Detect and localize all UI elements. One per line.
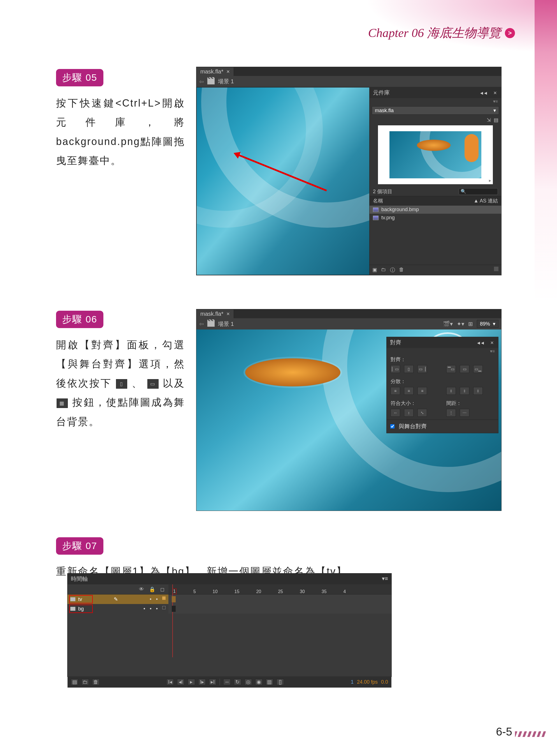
timeline-ruler[interactable]: 1 5 10 15 20 25 30 35 4 — [168, 584, 391, 594]
spacing-section-label: 間距： — [442, 398, 498, 408]
library-item-count: 2 個項目 — [373, 188, 392, 195]
dist-top-icon[interactable]: ≡ — [390, 387, 400, 395]
back-arrow-icon[interactable]: ⇦ — [199, 78, 204, 85]
library-row[interactable]: background.bmp — [370, 205, 501, 214]
scene-label[interactable]: 場景 1 — [218, 78, 234, 85]
doc-tab[interactable]: mask.fla* × — [197, 310, 234, 318]
step-fwd-icon[interactable]: I▸ — [198, 679, 206, 685]
layer-name: tv — [78, 596, 82, 602]
matchsize-section-label: 符合大小： — [387, 398, 442, 408]
bitmap-icon — [373, 216, 379, 220]
elapsed-value: 0.0 — [381, 679, 388, 685]
frame-track[interactable] — [168, 604, 391, 614]
align-vert-center-icon: ▭ — [147, 379, 158, 389]
frame-track[interactable] — [168, 594, 391, 604]
edit-symbol-icon[interactable]: ✦▾ — [457, 320, 464, 327]
scene-label[interactable]: 場景 1 — [218, 320, 234, 328]
library-search-input[interactable]: 🔍 — [459, 188, 498, 195]
step05-text: 按下快速鍵<Ctrl+L>開啟元件庫，將background.png點陣圖拖曳至… — [56, 94, 185, 170]
match-height-icon[interactable]: ↕ — [404, 409, 414, 417]
distribute-section-label: 分散： — [387, 376, 498, 386]
fps-value: 24.00 fps — [357, 679, 378, 685]
loop-icon[interactable]: ↻ — [234, 679, 241, 685]
dist-bottom-icon[interactable]: ≡ — [417, 387, 427, 395]
panel-menu-icon[interactable]: ▾≡ — [370, 98, 501, 104]
step06-badge: 步驟 06 — [56, 311, 104, 328]
step05-badge: 步驟 05 — [56, 69, 104, 86]
space-vert-icon[interactable]: ⋮ — [446, 409, 456, 417]
search-icon: 🔍 — [459, 189, 466, 194]
match-both-icon[interactable]: ⤡ — [417, 409, 427, 417]
library-columns-header[interactable]: 名稱 ▲ AS 連結 — [370, 196, 501, 205]
goto-last-icon[interactable]: ▸I — [209, 679, 216, 685]
library-panel: 元件庫 ◂◂ × ▾≡ mask.fla▾ ⇲ ▤ ▸ 2 個項目 🔍 名稱 ▲ — [370, 87, 501, 275]
new-folder-icon[interactable]: 🗀 — [381, 267, 386, 273]
panel-menu-icon[interactable]: ▾≡ — [382, 575, 388, 583]
outline-column-icon[interactable]: ◻ — [160, 586, 165, 592]
step05-screenshot: mask.fla* × ⇦ 場景 1 元件庫 ◂◂ × ▾≡ mask.fla▾… — [196, 67, 501, 275]
library-file-dropdown[interactable]: mask.fla▾ — [372, 106, 499, 115]
resize-grip-icon[interactable] — [494, 267, 498, 271]
panel-collapse-icon[interactable]: ◂◂ × — [477, 339, 495, 346]
edit-scene-icon[interactable]: 🎬▾ — [443, 320, 453, 327]
doc-tab[interactable]: mask.fla* × — [197, 67, 234, 76]
match-size-icon: ▦ — [57, 398, 68, 408]
preview-play-icon[interactable]: ▸ — [489, 178, 491, 183]
dist-right-icon[interactable]: ⦀ — [473, 387, 483, 395]
align-hcenter-icon[interactable]: ▯ — [404, 365, 414, 373]
panel-collapse-icon[interactable]: ◂◂ × — [480, 89, 498, 96]
back-arrow-icon[interactable]: ⇦ — [199, 320, 204, 327]
markers-icon[interactable]: [] — [276, 679, 284, 685]
timeline-layer-row[interactable]: bg ••• — [67, 604, 168, 614]
lock-column-icon[interactable]: 🔒 — [149, 586, 155, 592]
space-horiz-icon[interactable]: ⋯ — [460, 409, 469, 417]
workspace-icon[interactable]: ⊞ — [468, 320, 473, 327]
layer-icon — [70, 597, 76, 601]
pencil-icon: ✎ — [114, 596, 118, 602]
step07-badge: 步驟 07 — [56, 537, 104, 555]
visibility-column-icon[interactable]: 👁 — [139, 586, 144, 592]
match-width-icon[interactable]: ↔ — [390, 409, 400, 417]
align-bottom-icon[interactable]: ▭▁ — [473, 365, 483, 373]
clapper-icon[interactable] — [207, 321, 215, 327]
dist-hcenter-icon[interactable]: ⦀ — [460, 387, 469, 395]
goto-first-icon[interactable]: I◂ — [167, 679, 174, 685]
new-layer-icon[interactable]: ▤ — [71, 679, 78, 685]
align-vcenter-icon[interactable]: ▭ — [460, 365, 469, 373]
new-symbol-icon[interactable]: ▣ — [372, 267, 377, 273]
step07-timeline-screenshot: 時間軸 ▾≡ 👁 🔒 ◻ tv ✎ •• bg ••• — [67, 573, 392, 677]
new-lib-icon[interactable]: ▤ — [494, 117, 498, 123]
play-icon[interactable]: ▸ — [188, 679, 195, 685]
properties-icon[interactable]: ⓘ — [390, 267, 395, 273]
layer-icon — [70, 607, 76, 611]
bitmap-icon — [373, 207, 379, 212]
step06-screenshot: mask.fla* × ⇦ 場景 1 🎬▾ ✦▾ ⊞ 89% ▾ 對齊 ◂◂ ×… — [196, 309, 501, 511]
delete-layer-icon[interactable]: 🗑 — [92, 679, 99, 685]
timeline-layer-row[interactable]: tv ✎ •• — [67, 594, 168, 604]
align-left-icon[interactable]: ▏▭ — [390, 365, 400, 373]
panel-menu-icon[interactable]: ▾≡ — [387, 348, 498, 354]
chapter-badge-icon: > — [505, 28, 515, 38]
dist-vcenter-icon[interactable]: ≡ — [404, 387, 414, 395]
onion-outline-icon[interactable]: ◉ — [255, 679, 263, 685]
align-section-label: 對齊： — [387, 354, 498, 364]
center-frame-icon[interactable]: ↔ — [223, 679, 231, 685]
edit-multi-icon[interactable]: ▥ — [266, 679, 273, 685]
align-top-icon[interactable]: ▔▭ — [446, 365, 456, 373]
pin-icon[interactable]: ⇲ — [487, 117, 491, 123]
step06-text: 開啟【對齊】面板，勾選【與舞台對齊】選項，然後依次按下 ▯ 、 ▭ 以及 ▦ 按… — [56, 335, 185, 431]
library-panel-title: 元件庫 — [373, 89, 390, 96]
layer-name: bg — [78, 606, 84, 612]
step-back-icon[interactable]: ◂I — [177, 679, 184, 685]
new-folder-icon[interactable]: 🗀 — [82, 679, 89, 685]
chapter-title: Chapter 06 海底生物導覽 — [368, 25, 501, 41]
dist-left-icon[interactable]: ⦀ — [446, 387, 456, 395]
library-row[interactable]: tv.png — [370, 214, 501, 222]
stage-canvas[interactable] — [197, 87, 370, 275]
align-right-icon[interactable]: ▭▕ — [417, 365, 427, 373]
align-to-stage-checkbox[interactable]: 與舞台對齊 — [387, 420, 498, 433]
delete-icon[interactable]: 🗑 — [399, 267, 404, 273]
onion-skin-icon[interactable]: ◎ — [244, 679, 252, 685]
zoom-dropdown[interactable]: 89% ▾ — [477, 320, 498, 328]
clapper-icon[interactable] — [207, 79, 215, 84]
